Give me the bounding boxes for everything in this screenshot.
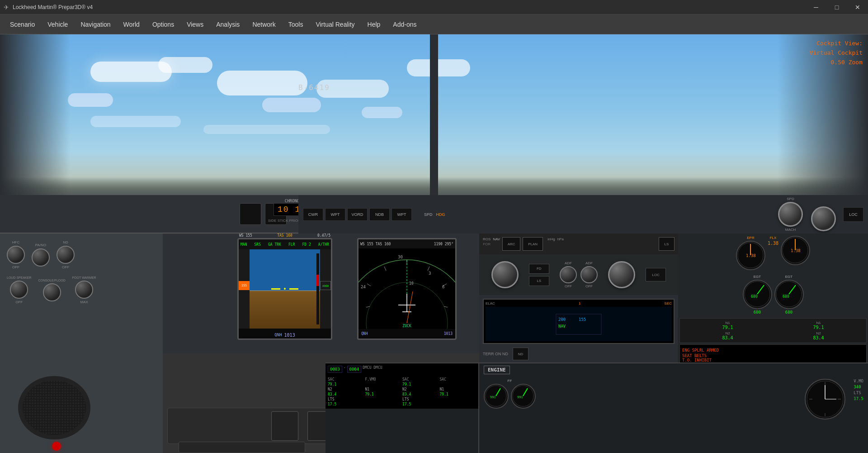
elec-val-2: 0004: [347, 366, 362, 373]
nd-display: WS 155 TAS 160 1190 295°: [357, 238, 457, 340]
vord-button[interactable]: VORD: [347, 208, 368, 221]
egt-right-svg: 680: [775, 281, 803, 308]
adf-knob[interactable]: [560, 266, 577, 283]
ff-right-svg: 991: [512, 385, 535, 408]
menu-virtual-reality[interactable]: Virtual Reality: [309, 19, 361, 30]
plan-label: PLAN: [528, 242, 538, 246]
nd-off-label: OFF: [62, 265, 69, 269]
loud-speaker-knob[interactable]: [10, 281, 28, 299]
svg-text:6: 6: [442, 285, 444, 289]
svg-text:30: 30: [398, 255, 403, 259]
vor-label: ADF: [585, 261, 593, 265]
vor-switch-group: ADF OFF: [580, 261, 598, 288]
adf-vor-cluster: ADF OFF ADF OFF: [560, 261, 598, 288]
throttle-lever-1[interactable]: [271, 411, 298, 441]
hdg-knob-area: [811, 197, 836, 231]
n2-left-value: 83.4: [722, 335, 733, 340]
vor-knob[interactable]: [580, 266, 598, 283]
spd-knob[interactable]: [778, 202, 803, 227]
menu-world[interactable]: World: [117, 19, 146, 30]
egt-left-svg: 680: [744, 281, 771, 308]
fuel-val-4: [440, 382, 476, 386]
pfd-display: MAN SRS GA TRK FLR FD 2 A/THR: [237, 238, 332, 340]
flx-group: FLX 1.38: [768, 236, 778, 270]
ls-nav-button[interactable]: LS: [659, 237, 675, 251]
elac-label: ELAC: [486, 301, 495, 305]
svg-text:3: 3: [429, 271, 431, 276]
titlebar-left: ✈ Lockheed Martin® Prepar3D® v4: [0, 4, 93, 11]
wpt-button[interactable]: WPT: [325, 208, 345, 221]
arc-button[interactable]: ARC: [502, 237, 520, 251]
paxno-knob[interactable]: [32, 248, 50, 267]
nav-knob-left[interactable]: [491, 261, 519, 288]
ls-button[interactable]: LS: [529, 276, 549, 286]
right-gauge-cluster: 1.38: [781, 236, 810, 270]
close-button[interactable]: ✕: [847, 0, 868, 14]
menu-views[interactable]: Views: [180, 19, 210, 30]
joystick-button[interactable]: [52, 442, 61, 451]
maximize-button[interactable]: □: [826, 0, 847, 14]
wpt-button-2[interactable]: WPT: [392, 208, 412, 221]
ff-left-svg: 991: [485, 385, 508, 408]
menu-options[interactable]: Options: [146, 19, 180, 30]
nd-waypoint: ZUCK: [402, 324, 411, 328]
inhg-label: inHg: [547, 237, 555, 251]
lts-b-label: LTS: [328, 397, 364, 401]
menu-bar: Scenario Vehicle Navigation World Option…: [0, 14, 868, 34]
empty-4: [440, 402, 476, 406]
hfc-knob[interactable]: [7, 246, 25, 264]
menu-help[interactable]: Help: [361, 19, 387, 30]
nd-knob[interactable]: [57, 246, 75, 264]
cloud-6: [68, 93, 113, 107]
console-label: CONSOLE/FLOOD: [38, 279, 65, 282]
n2-right-value: 83.4: [813, 335, 824, 340]
terrain-label: TERR ON ND: [483, 352, 508, 356]
n1-row: N1 79.1 N1 79.1: [682, 321, 864, 330]
egt-right-label: EGT: [785, 275, 793, 279]
nd-compass-svg: 30 3 6 24: [359, 248, 455, 329]
nd-compass-area: 30 3 6 24: [359, 248, 455, 329]
plan-button[interactable]: PLAN: [523, 237, 543, 251]
menu-navigation[interactable]: Navigation: [74, 19, 117, 30]
menu-add-ons[interactable]: Add-ons: [387, 19, 423, 30]
menu-analysis[interactable]: Analysis: [210, 19, 246, 30]
menu-tools[interactable]: Tools: [282, 19, 310, 30]
egt-right-value: 680: [785, 310, 793, 315]
fd-button[interactable]: FD: [529, 264, 549, 274]
loc-button[interactable]: LOC: [843, 207, 863, 222]
empty-1: [365, 397, 402, 401]
ff-gauges: FF 991: [484, 379, 536, 420]
elac-value: 1: [579, 301, 580, 305]
cwr-button[interactable]: CWR: [303, 208, 323, 221]
console-knob[interactable]: [43, 283, 61, 301]
title-bar: ✈ Lockheed Martin® Prepar3D® v4 ─ □ ✕: [0, 0, 868, 14]
menu-vehicle[interactable]: Vehicle: [41, 19, 74, 30]
console-knob-group: CONSOLE/FLOOD: [38, 279, 65, 301]
n1-right: N1 79.1: [813, 321, 824, 330]
menu-network[interactable]: Network: [246, 19, 282, 30]
ff-gauge-pair: 991 991: [484, 384, 536, 409]
nav-knob-right[interactable]: [608, 261, 635, 288]
ndb-button[interactable]: NDB: [369, 208, 390, 221]
hdg-label: HDG: [436, 212, 445, 217]
n2-right-label: N2: [816, 331, 821, 335]
foot-warmer-knob[interactable]: [75, 281, 93, 299]
warning-line-3: T.O. INHIBIT: [682, 358, 864, 362]
lts-label: LTS: [854, 391, 863, 395]
vor-off-label: OFF: [585, 284, 593, 288]
foot-warmer-group: FOOT WARMER MAX: [72, 276, 96, 304]
menu-scenario[interactable]: Scenario: [4, 19, 41, 30]
loc-nav-button[interactable]: LOC: [646, 268, 666, 281]
epr-right-svg: 1.38: [782, 237, 809, 264]
terrain-button[interactable]: ND: [513, 348, 528, 360]
minimize-button[interactable]: ─: [806, 0, 826, 14]
egt-gauges-row: EGT 680 680 EGT: [678, 272, 868, 317]
terrain-row: TERR ON ND ND: [483, 348, 675, 360]
loud-speaker-group: LOUD SPEAKER OFF: [7, 276, 31, 304]
engine-title: ENGINE: [484, 366, 510, 374]
fuel-label-4: SAC: [440, 377, 476, 381]
n1-left: N1 79.1: [722, 321, 733, 330]
spd-knob-label: SPD: [787, 197, 794, 201]
hdg-knob[interactable]: [811, 206, 836, 231]
rudder-pedal-left[interactable]: [179, 442, 305, 453]
